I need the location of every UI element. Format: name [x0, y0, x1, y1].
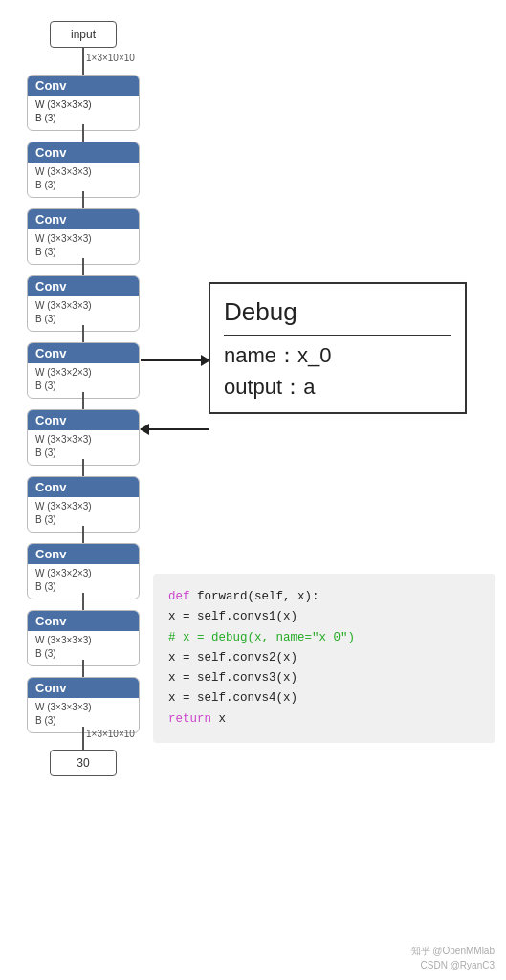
code-line-4: x = self.convs2(x) — [168, 648, 480, 668]
watermark: 知乎 @OpenMMlab CSDN @RyanC3 — [411, 944, 495, 972]
vline-6 — [82, 392, 84, 409]
conv-block-2: Conv W (3×3×3×3) B (3) — [27, 142, 140, 198]
conv-header-5: Conv — [28, 343, 139, 363]
watermark-line2: CSDN @RyanC3 — [411, 958, 495, 972]
code-block: def forward(self, x): x = self.convs1(x)… — [153, 574, 495, 743]
code-line-2: x = self.convs1(x) — [168, 607, 480, 627]
output-node: 30 — [50, 750, 117, 776]
vline-3 — [82, 191, 84, 208]
conv-header-8: Conv — [28, 544, 139, 564]
vline-top-1 — [82, 48, 84, 75]
vline-2 — [82, 124, 84, 142]
top-connector-label: 1×3×10×10 — [86, 53, 135, 63]
bottom-connector-label: 1×3×10×10 — [86, 729, 135, 739]
debug-box: Debug name：x_0 output：a — [209, 282, 467, 414]
conv-header-2: Conv — [28, 142, 139, 163]
conv-header-9: Conv — [28, 611, 139, 631]
watermark-line1: 知乎 @OpenMMlab — [411, 944, 495, 958]
input-label: input — [71, 28, 96, 41]
conv-block-6: Conv W (3×3×3×3) B (3) — [27, 409, 140, 466]
debug-output: output：a — [224, 371, 451, 403]
vline-5 — [82, 325, 84, 342]
code-line-3: # x = debug(x, name="x_0") — [168, 628, 480, 648]
conv-block-5: Conv W (3×3×2×3) B (3) — [27, 342, 140, 399]
diagram-container: input 1×3×10×10 Conv W (3×3×3×3) B (3) C… — [0, 0, 506, 980]
debug-name: name：x_0 — [224, 339, 451, 371]
conv-header-7: Conv — [28, 477, 139, 497]
arrow-from-debug — [141, 428, 209, 430]
conv-block-9: Conv W (3×3×3×3) B (3) — [27, 610, 140, 666]
conv-block-8: Conv W (3×3×2×3) B (3) — [27, 543, 140, 599]
vline-9 — [82, 593, 84, 610]
input-node: input — [50, 21, 117, 48]
vline-10 — [82, 660, 84, 677]
conv-header-1: Conv — [28, 76, 139, 96]
code-line-5: x = self.convs3(x) — [168, 668, 480, 688]
conv-block-4: Conv W (3×3×3×3) B (3) — [27, 275, 140, 332]
vline-11 — [82, 727, 84, 750]
output-label: 30 — [77, 756, 89, 770]
conv-block-3: Conv W (3×3×3×3) B (3) — [27, 208, 140, 265]
conv-header-4: Conv — [28, 276, 139, 296]
code-line-6: x = self.convs4(x) — [168, 688, 480, 708]
debug-title: Debug — [224, 294, 451, 331]
code-line-7: return x — [168, 709, 480, 730]
arrow-to-debug — [141, 359, 209, 361]
code-line-1: def forward(self, x): — [168, 587, 480, 607]
vline-8 — [82, 526, 84, 543]
conv-block-1: Conv W (3×3×3×3) B (3) — [27, 75, 140, 131]
conv-block-7: Conv W (3×3×3×3) B (3) — [27, 476, 140, 533]
conv-block-10: Conv W (3×3×3×3) B (3) — [27, 677, 140, 733]
conv-header-3: Conv — [28, 209, 139, 229]
conv-header-10: Conv — [28, 678, 139, 698]
conv-header-6: Conv — [28, 410, 139, 430]
vline-4 — [82, 258, 84, 275]
vline-7 — [82, 459, 84, 476]
